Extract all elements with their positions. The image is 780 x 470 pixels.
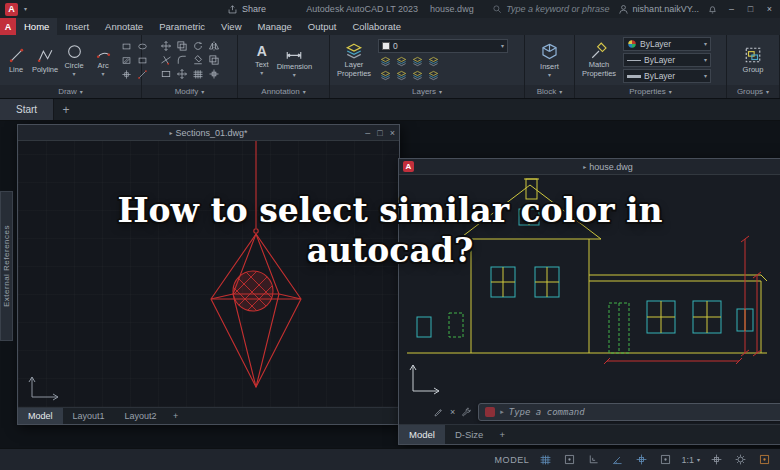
tab-home[interactable]: Home <box>16 18 57 35</box>
line-tool[interactable]: Line <box>3 47 29 74</box>
circle-tool[interactable]: Circle ▾ <box>61 43 87 77</box>
model-space-indicator[interactable]: MODEL <box>494 455 529 465</box>
grid-display-toggle[interactable] <box>537 452 553 468</box>
group-tool[interactable]: Group <box>743 46 764 74</box>
customize-pencil-icon[interactable] <box>433 407 444 418</box>
workspace-settings-button[interactable] <box>732 452 748 468</box>
layer-match-tool[interactable] <box>394 69 408 81</box>
share-button[interactable]: Share <box>227 4 266 15</box>
hatch-tool[interactable] <box>119 54 133 66</box>
layers-panel-label[interactable]: Layers▾ <box>330 85 524 98</box>
tab-insert[interactable]: Insert <box>57 18 97 35</box>
draw-panel: Line Polyline Circle ▾ Arc ▾ <box>0 35 142 98</box>
offset-tool[interactable] <box>207 54 221 66</box>
new-drawing-button[interactable]: + <box>54 99 78 120</box>
rotate-tool[interactable] <box>191 40 205 52</box>
layer-walk-tool[interactable] <box>426 69 440 81</box>
external-references-palette-tab[interactable]: External References <box>0 191 13 341</box>
make-current-layer-tool[interactable] <box>378 69 392 81</box>
tab-annotate[interactable]: Annotate <box>97 18 151 35</box>
layer-properties-button[interactable]: Layer Properties <box>333 42 375 78</box>
linetype-value: ByLayer <box>644 55 675 65</box>
minimize-button[interactable]: – <box>726 4 737 14</box>
layout-tab-layout2[interactable]: Layout2 <box>115 408 167 424</box>
stretch-tool[interactable] <box>175 68 189 80</box>
isolate-objects-button[interactable] <box>756 452 772 468</box>
linetype-dropdown[interactable]: ByLayer ▾ <box>623 53 711 67</box>
annotation-panel-label[interactable]: Annotation▾ <box>238 85 329 98</box>
properties-panel-label[interactable]: Properties▾ <box>575 85 726 98</box>
layout-tab-layout1[interactable]: Layout1 <box>63 408 115 424</box>
panel-expand-icon: ▾ <box>669 89 672 95</box>
layer-off-tool[interactable] <box>378 55 392 67</box>
layer-previous-tool[interactable] <box>410 69 424 81</box>
add-layout-button[interactable]: + <box>167 408 185 424</box>
layer-lock-tool[interactable] <box>426 55 440 67</box>
add-layout-button[interactable]: + <box>493 425 511 444</box>
explode-tool[interactable] <box>207 68 221 80</box>
tab-manage[interactable]: Manage <box>250 18 300 35</box>
block-panel-label[interactable]: Block▾ <box>525 85 574 98</box>
erase-tool[interactable] <box>191 54 205 66</box>
layer-isolate-tool[interactable] <box>394 55 408 67</box>
object-snap-toggle[interactable] <box>633 452 649 468</box>
sections-window-titlebar[interactable]: ▸ Sections_01.dwg* – □ × <box>18 125 399 141</box>
fillet-tool[interactable] <box>175 54 189 66</box>
tab-parametric[interactable]: Parametric <box>151 18 213 35</box>
object-color-dropdown[interactable]: ByLayer ▾ <box>623 37 711 51</box>
snap-mode-toggle[interactable] <box>561 452 577 468</box>
mirror-tool[interactable] <box>207 40 221 52</box>
maximize-button[interactable]: □ <box>745 4 756 14</box>
lineweight-display-toggle[interactable] <box>657 452 673 468</box>
annotation-scale-button[interactable]: 1:1 ▾ <box>681 455 700 465</box>
dimension-tool[interactable]: Dimension ▾ <box>277 43 312 78</box>
application-menu-button[interactable]: A <box>0 18 16 35</box>
modify-panel-label[interactable]: Modify▾ <box>142 85 237 98</box>
lineweight-dropdown[interactable]: ByLayer ▾ <box>623 69 711 83</box>
close-button[interactable]: × <box>764 4 775 14</box>
tab-collaborate[interactable]: Collaborate <box>344 18 409 35</box>
tab-output[interactable]: Output <box>300 18 345 35</box>
insert-block-tool[interactable]: Insert ▾ <box>540 42 559 78</box>
match-properties-button[interactable]: Match Properties <box>578 42 620 78</box>
text-tool[interactable]: A Text ▾ <box>255 44 269 76</box>
array-tool[interactable] <box>191 68 205 80</box>
dropdown-caret-icon: ▾ <box>697 457 700 463</box>
close-command-line-icon[interactable]: × <box>450 407 455 417</box>
annotation-scale-value: 1:1 <box>681 455 694 465</box>
point-tool[interactable] <box>119 68 133 80</box>
polyline-tool[interactable]: Polyline <box>32 47 58 74</box>
sections-layout-tabs: Model Layout1 Layout2 + <box>18 407 399 424</box>
scale-tool[interactable] <box>159 68 173 80</box>
layer-freeze-tool[interactable] <box>410 55 424 67</box>
window-restore-button[interactable]: □ <box>377 128 382 138</box>
user-account-button[interactable]: nishant.naikVY... <box>618 4 699 15</box>
window-minimize-button[interactable]: – <box>365 128 370 138</box>
file-tab-start[interactable]: Start <box>0 99 54 120</box>
move-tool[interactable] <box>159 40 173 52</box>
house-drawing-canvas[interactable]: × ▸ Type a command <box>399 175 780 424</box>
notifications-bell-icon[interactable] <box>707 4 718 15</box>
command-line-input[interactable]: ▸ Type a command <box>478 403 780 421</box>
sections-drawing-canvas[interactable] <box>18 141 399 407</box>
window-close-button[interactable]: × <box>390 128 395 138</box>
search-box[interactable]: Type a keyword or phrase <box>492 4 609 14</box>
layout-tab-d-size[interactable]: D-Size <box>445 425 494 444</box>
autocad-logo-icon[interactable]: A <box>5 3 18 16</box>
ortho-mode-toggle[interactable] <box>585 452 601 468</box>
layout-tab-model[interactable]: Model <box>18 408 63 424</box>
copy-tool[interactable] <box>175 40 189 52</box>
house-window-titlebar[interactable]: A ▸ house.dwg <box>399 159 780 175</box>
annotation-visibility-toggle[interactable] <box>708 452 724 468</box>
arc-tool[interactable]: Arc ▾ <box>90 43 116 77</box>
quick-access-caret-icon[interactable]: ▾ <box>24 6 27 12</box>
draw-panel-label[interactable]: Draw▾ <box>0 85 141 98</box>
layer-dropdown[interactable]: 0 ▾ <box>378 39 508 53</box>
polar-tracking-toggle[interactable] <box>609 452 625 468</box>
wrench-icon[interactable] <box>461 407 472 418</box>
tab-view[interactable]: View <box>213 18 249 35</box>
rectangle-tool[interactable] <box>119 40 133 52</box>
groups-panel-label[interactable]: Groups▾ <box>727 85 779 98</box>
layout-tab-model[interactable]: Model <box>399 425 445 444</box>
trim-tool[interactable] <box>159 54 173 66</box>
